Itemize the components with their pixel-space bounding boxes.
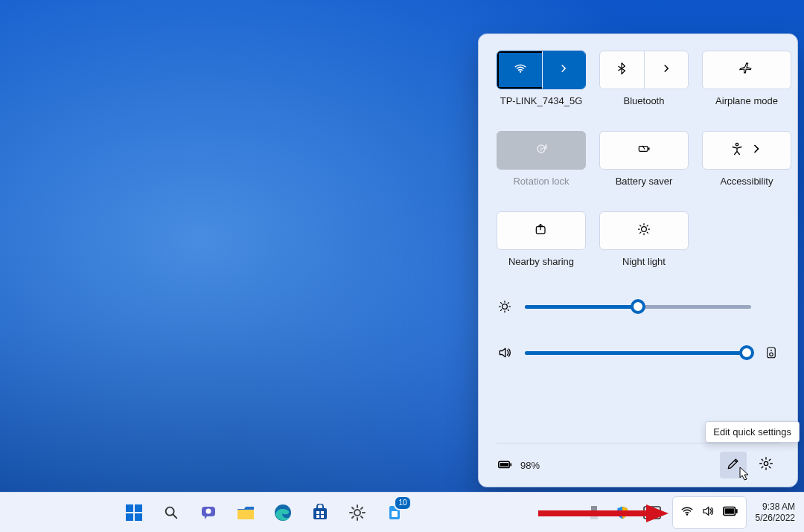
battery-status[interactable]: 98%: [497, 456, 540, 475]
battery-tray-icon: [722, 504, 738, 521]
pinned-app-button[interactable]: 10: [380, 498, 409, 528]
battery-pct: 98%: [520, 460, 540, 471]
edit-quick-settings-button[interactable]: [720, 452, 747, 478]
svg-rect-28: [321, 511, 324, 514]
svg-rect-45: [648, 515, 657, 516]
taskbar: 10 9:38 AM 5/26/2022: [0, 492, 804, 532]
wifi-expand-button[interactable]: [543, 51, 586, 89]
brightness-slider[interactable]: [525, 299, 751, 314]
svg-rect-14: [510, 463, 511, 466]
wifi-toggle-button[interactable]: [497, 51, 542, 89]
svg-rect-38: [649, 509, 651, 510]
cursor-icon: [739, 467, 750, 481]
svg-rect-13: [500, 463, 508, 467]
svg-rect-35: [590, 510, 598, 519]
nearby-sharing-button[interactable]: [497, 211, 586, 250]
svg-point-0: [520, 71, 521, 72]
app-badge: 10: [394, 496, 412, 510]
audio-output-button[interactable]: [763, 346, 779, 359]
quick-settings-sliders: [497, 299, 779, 360]
brightness-icon: [636, 222, 651, 240]
svg-rect-43: [652, 512, 654, 513]
taskbar-right: 9:38 AM 5/26/2022: [584, 496, 800, 529]
taskbar-clock[interactable]: 9:38 AM 5/26/2022: [756, 501, 795, 524]
wifi-split-button: [497, 51, 586, 89]
volume-row: [497, 345, 779, 360]
system-tray-group[interactable]: [672, 496, 747, 529]
svg-rect-30: [321, 515, 324, 518]
svg-rect-26: [313, 508, 327, 519]
rotation-lock-button: [497, 131, 586, 170]
nearby-sharing-tile: Nearby sharing: [497, 211, 586, 277]
bluetooth-icon: [615, 62, 628, 78]
svg-rect-19: [135, 513, 142, 521]
accessibility-tile: Accessibility: [702, 131, 791, 196]
bluetooth-tile: Bluetooth: [599, 51, 689, 116]
svg-point-7: [642, 227, 647, 232]
accessibility-button[interactable]: [702, 131, 791, 170]
svg-rect-49: [736, 509, 737, 513]
share-icon: [534, 222, 549, 240]
chat-button[interactable]: [194, 498, 223, 528]
svg-rect-2: [540, 148, 543, 150]
usb-tray-icon[interactable]: [584, 498, 604, 528]
svg-rect-16: [126, 504, 133, 512]
ms-store-button[interactable]: [305, 498, 335, 528]
taskbar-center: 10: [119, 498, 409, 528]
start-button[interactable]: [119, 498, 149, 528]
volume-slider[interactable]: [525, 345, 751, 360]
settings-taskbar-button[interactable]: [342, 498, 372, 528]
all-settings-button[interactable]: [753, 452, 779, 478]
svg-point-15: [764, 461, 768, 465]
quick-settings-tiles: TP-LINK_7434_5G Bluetooth Airplane mode: [497, 51, 779, 277]
bluetooth-expand-button[interactable]: [645, 51, 689, 89]
volume-tray-icon: [701, 504, 715, 521]
airplane-label: Airplane mode: [715, 95, 778, 106]
bluetooth-toggle-button[interactable]: [600, 51, 644, 89]
gear-icon: [759, 456, 773, 474]
search-button[interactable]: [156, 498, 186, 528]
svg-rect-29: [316, 515, 319, 518]
airplane-toggle-button[interactable]: [702, 51, 791, 89]
svg-point-10: [770, 353, 773, 356]
svg-point-1: [537, 145, 545, 153]
rotation-lock-icon: [534, 141, 549, 159]
rotation-lock-label: Rotation lock: [513, 176, 569, 187]
clock-date: 5/26/2022: [756, 513, 795, 524]
svg-rect-33: [392, 511, 398, 517]
svg-point-46: [686, 513, 687, 515]
battery-saver-tile: Battery saver: [599, 131, 689, 196]
accessibility-label: Accessibility: [721, 176, 773, 187]
svg-rect-41: [646, 512, 648, 513]
pencil-icon: [726, 456, 741, 474]
night-light-button[interactable]: [599, 211, 689, 250]
svg-point-5: [736, 144, 738, 146]
touch-keyboard-button[interactable]: [641, 498, 663, 528]
clock-time: 9:38 AM: [762, 501, 795, 513]
svg-rect-24: [237, 510, 254, 519]
nearby-sharing-label: Nearby sharing: [508, 256, 574, 267]
svg-rect-37: [646, 509, 648, 510]
svg-rect-18: [126, 513, 133, 521]
airplane-icon: [739, 61, 754, 79]
svg-point-11: [770, 350, 772, 351]
speaker-icon: [497, 345, 513, 360]
chevron-right-icon: [557, 62, 570, 78]
svg-rect-27: [316, 511, 319, 514]
battery-saver-label: Battery saver: [616, 176, 673, 187]
quick-settings-flyout: TP-LINK_7434_5G Bluetooth Airplane mode: [478, 33, 798, 487]
chevron-right-icon: [749, 141, 764, 159]
svg-rect-4: [648, 147, 650, 150]
chevron-right-icon: [660, 62, 673, 78]
security-tray-icon[interactable]: [613, 498, 632, 528]
edge-button[interactable]: [268, 498, 298, 528]
wifi-tile: TP-LINK_7434_5G: [497, 51, 586, 116]
accessibility-icon: [730, 141, 744, 159]
brightness-row: [497, 299, 779, 314]
file-explorer-button[interactable]: [231, 498, 261, 528]
battery-saver-button[interactable]: [599, 131, 689, 170]
bluetooth-label: Bluetooth: [624, 95, 665, 106]
airplane-tile: Airplane mode: [702, 51, 791, 116]
quick-settings-footer: 98%: [497, 443, 779, 487]
svg-rect-40: [655, 509, 657, 510]
